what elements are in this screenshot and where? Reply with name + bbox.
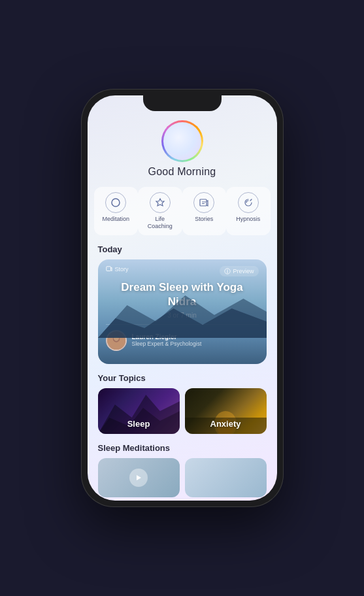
screen-content: Good Morning Meditation bbox=[88, 95, 277, 501]
sleep-card-2[interactable] bbox=[185, 458, 267, 497]
topics-section-title: Your Topics bbox=[88, 373, 277, 383]
card-top: Story Preview bbox=[98, 259, 267, 276]
stories-icon bbox=[193, 192, 214, 213]
category-meditation[interactable]: Meditation bbox=[94, 187, 139, 235]
meditation-label: Meditation bbox=[102, 216, 129, 223]
sleep-med-title: Sleep Meditations bbox=[88, 443, 277, 453]
rainbow-circle-container bbox=[88, 120, 277, 162]
hypnosis-label: Hypnosis bbox=[236, 216, 260, 223]
sleep-card-1[interactable] bbox=[98, 458, 180, 497]
life-coaching-icon bbox=[150, 192, 171, 213]
stories-label: Stories bbox=[195, 216, 213, 223]
svg-point-0 bbox=[112, 199, 120, 207]
phone-frame: Good Morning Meditation bbox=[81, 89, 284, 507]
play-icon-1 bbox=[129, 469, 148, 487]
category-stories[interactable]: Stories bbox=[182, 187, 227, 235]
topic-sleep[interactable]: Sleep bbox=[98, 388, 180, 434]
preview-label: Preview bbox=[233, 268, 254, 274]
story-label: Story bbox=[106, 266, 129, 273]
hypnosis-icon bbox=[238, 192, 259, 213]
anxiety-label: Anxiety bbox=[185, 419, 267, 429]
notch bbox=[143, 95, 222, 111]
meditation-icon bbox=[105, 192, 126, 213]
topic-anxiety[interactable]: Anxiety bbox=[185, 388, 267, 434]
rainbow-inner bbox=[163, 122, 201, 160]
svg-rect-2 bbox=[106, 266, 110, 271]
category-life-coaching[interactable]: Life Coaching bbox=[138, 187, 182, 235]
greeting-text: Good Morning bbox=[88, 166, 277, 178]
today-section-title: Today bbox=[88, 244, 277, 254]
author-role: Sleep Expert & Psychologist bbox=[132, 340, 202, 347]
story-type-text: Story bbox=[115, 266, 129, 273]
category-hypnosis[interactable]: Hypnosis bbox=[226, 187, 271, 235]
topics-row: Sleep Anxiety bbox=[88, 388, 277, 434]
sleep-meditations-row bbox=[88, 458, 277, 497]
phone-screen: Good Morning Meditation bbox=[88, 95, 277, 501]
preview-button[interactable]: Preview bbox=[220, 266, 258, 276]
today-card[interactable]: Story Preview Dream Sleep with Yoga Nidr… bbox=[98, 259, 267, 364]
categories-row: Meditation Life Coaching bbox=[88, 187, 277, 235]
life-coaching-label: Life Coaching bbox=[144, 216, 176, 230]
sleep-label: Sleep bbox=[98, 419, 180, 429]
svg-marker-9 bbox=[137, 475, 141, 480]
svg-rect-1 bbox=[200, 199, 207, 206]
rainbow-circle bbox=[161, 120, 203, 162]
